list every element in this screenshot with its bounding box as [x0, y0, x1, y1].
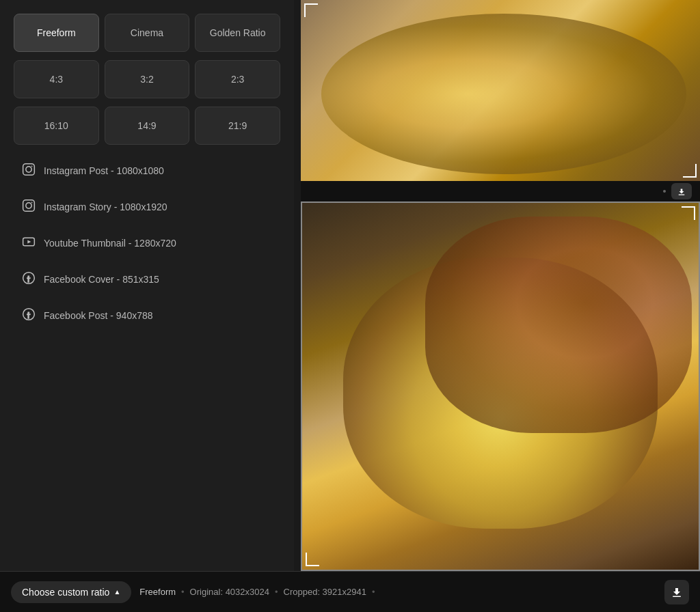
ratio-btn-3-2[interactable]: 3:2	[105, 60, 190, 98]
instagram-icon	[22, 199, 36, 214]
ratio-btn-cinema[interactable]: Cinema	[105, 14, 190, 52]
ratio-btn-4-3[interactable]: 4:3	[14, 60, 99, 98]
ratio-btn-16-10[interactable]: 16:10	[14, 107, 99, 145]
image-top	[301, 0, 700, 181]
social-item-label: Facebook Post - 940x788	[44, 310, 153, 321]
crop-corner-bottom-right	[683, 164, 697, 178]
svg-rect-3	[23, 200, 35, 212]
toolbar-dot	[663, 190, 666, 193]
crop-corner-top-right	[682, 206, 695, 220]
separator-1: •	[181, 587, 185, 597]
social-item-facebook-cover[interactable]: Facebook Cover - 851x315	[14, 262, 280, 296]
social-item-instagram-post[interactable]: Instagram Post - 1080x1080	[14, 153, 280, 188]
image-toolbar	[301, 181, 700, 201]
svg-point-4	[26, 203, 31, 208]
choose-custom-ratio-button[interactable]: Choose custom ratio ▲	[11, 581, 131, 603]
original-size-label: Original: 4032x3024	[190, 587, 269, 597]
ratio-btn-21-9[interactable]: 21:9	[195, 107, 280, 145]
svg-rect-0	[23, 164, 35, 176]
separator-2: •	[275, 587, 278, 597]
social-item-facebook-post[interactable]: Facebook Post - 940x788	[14, 298, 280, 333]
bottom-info: Freeform • Original: 4032x3024 • Cropped…	[139, 587, 375, 597]
ratio-grid-row2: 16:10 14:9 21:9	[14, 107, 280, 145]
svg-point-5	[31, 202, 33, 204]
bottom-bar: Choose custom ratio ▲ Freeform • Origina…	[0, 571, 700, 612]
svg-point-2	[31, 166, 33, 167]
social-item-label: Instagram Story - 1080x1920	[44, 201, 167, 212]
crop-corner-top-left	[304, 3, 318, 17]
ratio-type-label: Freeform	[139, 587, 176, 597]
instagram-icon	[22, 163, 36, 178]
social-item-youtube-thumbnail[interactable]: Youtube Thumbnail - 1280x720	[14, 225, 280, 260]
svg-rect-10	[679, 194, 685, 195]
ratio-panel: Freeform Cinema Golden Ratio 4:3 3:2 2:3…	[0, 0, 294, 571]
choose-ratio-label: Choose custom ratio	[22, 587, 109, 598]
image-preview-area	[301, 0, 700, 571]
facebook-icon	[22, 307, 36, 323]
crop-corner-bottom-left	[306, 553, 319, 566]
download-button-bottom[interactable]	[664, 580, 689, 604]
social-item-label: Instagram Post - 1080x1080	[44, 165, 164, 176]
svg-marker-7	[27, 240, 31, 244]
ratio-btn-14-9[interactable]: 14:9	[105, 107, 190, 145]
image-bottom	[301, 201, 700, 571]
svg-point-1	[26, 167, 31, 172]
ratio-grid-top: Freeform Cinema Golden Ratio	[14, 14, 280, 52]
ratio-btn-freeform[interactable]: Freeform	[14, 14, 99, 52]
separator-3: •	[372, 587, 375, 597]
facebook-icon	[22, 271, 36, 287]
ratio-btn-golden[interactable]: Golden Ratio	[195, 14, 280, 52]
chevron-up-icon: ▲	[113, 588, 120, 596]
social-item-label: Youtube Thumbnail - 1280x720	[44, 238, 176, 249]
youtube-icon	[22, 235, 36, 251]
cropped-size-label: Cropped: 3921x2941	[284, 587, 366, 597]
download-button-top[interactable]	[671, 183, 692, 199]
svg-rect-11	[673, 596, 681, 597]
social-item-label: Facebook Cover - 851x315	[44, 274, 159, 285]
social-presets-list: Instagram Post - 1080x1080 Instagram Sto…	[14, 153, 280, 333]
social-item-instagram-story[interactable]: Instagram Story - 1080x1920	[14, 189, 280, 224]
ratio-grid-row1: 4:3 3:2 2:3	[14, 60, 280, 98]
ratio-btn-2-3[interactable]: 2:3	[195, 60, 280, 98]
